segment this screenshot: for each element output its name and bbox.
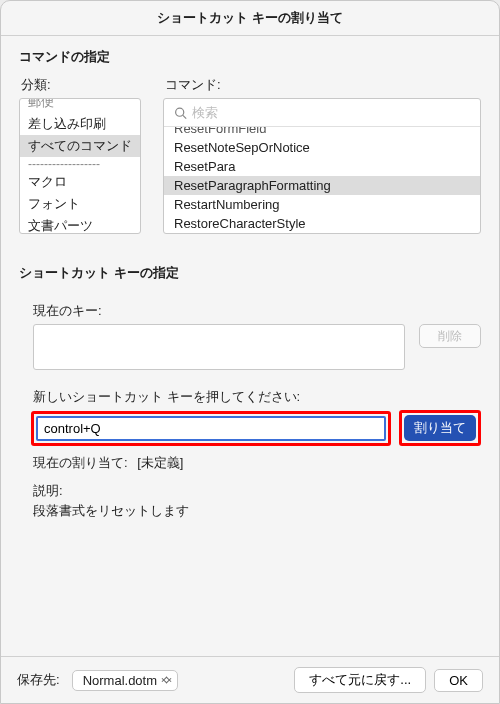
current-assignment-label: 現在の割り当て: <box>33 455 128 470</box>
section-keys-title: ショートカット キーの指定 <box>19 264 481 282</box>
new-shortcut-input[interactable] <box>36 416 386 441</box>
command-label: コマンド: <box>163 76 481 94</box>
list-item[interactable]: 郵便 <box>20 99 140 113</box>
ok-button[interactable]: OK <box>434 669 483 692</box>
description-block: 説明: 段落書式をリセットします <box>19 482 481 520</box>
svg-point-0 <box>176 108 184 116</box>
highlight-input <box>31 411 391 446</box>
list-item[interactable]: ResetNoteSepOrNotice <box>164 138 480 157</box>
dialog-content: コマンドの指定 分類: 郵便 差し込み印刷 すべてのコマンド ---------… <box>1 36 499 656</box>
highlight-assign: 割り当て <box>399 410 481 446</box>
dialog-window: ショートカット キーの割り当て コマンドの指定 分類: 郵便 差し込み印刷 すべ… <box>0 0 500 704</box>
search-wrap <box>164 99 480 127</box>
list-item[interactable]: マクロ <box>20 171 140 193</box>
svg-line-1 <box>183 115 186 118</box>
description-label: 説明: <box>33 482 481 500</box>
command-row: 分類: 郵便 差し込み印刷 すべてのコマンド -----------------… <box>19 76 481 234</box>
list-divider: ------------------ <box>20 157 140 171</box>
current-keys-box[interactable] <box>33 324 405 370</box>
list-item[interactable]: すべてのコマンド <box>20 135 140 157</box>
dialog-footer: 保存先: Normal.dotm すべて元に戻す... OK <box>1 656 499 703</box>
list-item[interactable]: 文書パーツ <box>20 215 140 233</box>
command-list[interactable]: ResetFormField ResetNoteSepOrNotice Rese… <box>164 127 480 233</box>
keys-section: 現在のキー: 削除 新しいショートカット キーを押してください: 割り当て 現在… <box>19 302 481 520</box>
list-item[interactable]: ResetParagraphFormatting <box>164 176 480 195</box>
list-item[interactable]: ResetFormField <box>164 127 480 138</box>
search-input[interactable] <box>170 103 474 122</box>
search-icon <box>174 106 187 119</box>
spacer <box>19 520 481 656</box>
reset-all-button[interactable]: すべて元に戻す... <box>294 667 426 693</box>
list-item[interactable]: RestartNumbering <box>164 195 480 214</box>
category-column: 分類: 郵便 差し込み印刷 すべてのコマンド -----------------… <box>19 76 141 234</box>
category-label: 分類: <box>19 76 141 94</box>
command-column: コマンド: ResetFormField ResetNoteSepOrNotic… <box>163 76 481 234</box>
save-in-label: 保存先: <box>17 671 60 689</box>
assign-button[interactable]: 割り当て <box>404 415 476 441</box>
new-key-label: 新しいショートカット キーを押してください: <box>19 388 481 406</box>
description-text: 段落書式をリセットします <box>33 502 481 520</box>
save-in-select[interactable]: Normal.dotm <box>72 670 178 691</box>
current-key-label: 現在のキー: <box>19 302 481 320</box>
list-item[interactable]: フォント <box>20 193 140 215</box>
list-item[interactable]: ResetPara <box>164 157 480 176</box>
list-item[interactable]: RestoreCharacterStyle <box>164 214 480 233</box>
category-listbox[interactable]: 郵便 差し込み印刷 すべてのコマンド ------------------ マク… <box>19 98 141 234</box>
current-assignment-line: 現在の割り当て: [未定義] <box>19 454 481 472</box>
current-assignment-value: [未定義] <box>137 455 183 470</box>
command-listbox: ResetFormField ResetNoteSepOrNotice Rese… <box>163 98 481 234</box>
delete-button: 削除 <box>419 324 481 348</box>
dialog-title: ショートカット キーの割り当て <box>1 1 499 36</box>
list-item[interactable]: 差し込み印刷 <box>20 113 140 135</box>
category-scroll[interactable]: 郵便 差し込み印刷 すべてのコマンド ------------------ マク… <box>20 99 140 233</box>
section-command-title: コマンドの指定 <box>19 48 481 66</box>
save-in-value: Normal.dotm <box>83 673 157 688</box>
